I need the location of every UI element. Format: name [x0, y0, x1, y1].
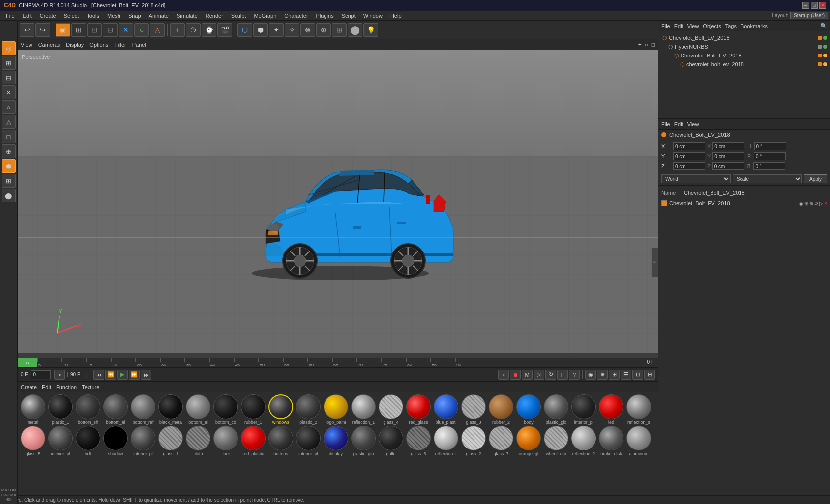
rotate-mode-button[interactable]: ○	[134, 23, 149, 37]
select-mode-button[interactable]: ✕	[119, 23, 133, 37]
menu-file[interactable]: File	[2, 12, 19, 20]
tree-item-chevrolet-bolt[interactable]: ⬡ Chevrolet_Bolt_EV_2018	[660, 33, 828, 42]
redo-button[interactable]: ↪	[35, 23, 50, 37]
obj8-btn[interactable]: ⬤	[348, 23, 362, 37]
left-tool-9[interactable]: ⬟	[2, 159, 16, 173]
mat-menu-texture[interactable]: Texture	[82, 384, 99, 390]
model-mode-button[interactable]: ◉	[56, 23, 70, 37]
left-tool-3[interactable]: ⊟	[2, 71, 16, 84]
point-mode-button[interactable]: ⊞	[71, 23, 86, 37]
fps-btn[interactable]: F	[557, 370, 568, 380]
vp-ctrl-1[interactable]: +	[638, 41, 642, 48]
left-tool-5[interactable]: ○	[2, 100, 16, 114]
attr-apply-button[interactable]: Apply	[804, 174, 827, 183]
menu-render[interactable]: Render	[202, 12, 227, 20]
maximize-button[interactable]: □	[811, 2, 818, 9]
menu-help[interactable]: Help	[386, 12, 406, 20]
attr-y-size[interactable]	[712, 152, 744, 160]
attr-menu-file[interactable]: File	[661, 121, 670, 127]
material-belt[interactable]: belt	[75, 426, 101, 456]
material-interior1[interactable]: interior_pl	[570, 394, 597, 425]
left-tool-7[interactable]: □	[2, 130, 16, 143]
material-orange[interactable]: orange_gl	[515, 426, 542, 456]
attr-z-rot[interactable]	[753, 162, 785, 170]
tree-item-bolt-lower[interactable]: ⬡ chevrolet_bolt_ev_2018	[660, 60, 828, 69]
attr-x-rot[interactable]	[754, 142, 786, 150]
material-reflection4[interactable]: reflection_2	[570, 426, 597, 456]
material-reflection1[interactable]: reflection_1	[350, 394, 377, 425]
play-button[interactable]: ▶	[117, 370, 128, 380]
menu-create[interactable]: Create	[36, 12, 60, 20]
material-glass4[interactable]: glass_4	[378, 394, 404, 425]
right-edge-tab[interactable]: ›	[651, 248, 658, 277]
material-interior4[interactable]: interior_pl	[295, 426, 322, 456]
vp-menu-panel[interactable]: Panel	[132, 42, 146, 48]
menu-plugins[interactable]: Plugins	[312, 12, 338, 20]
material-metal[interactable]: metal	[20, 394, 46, 425]
material-plastic-glo[interactable]: plastic_glo	[543, 394, 569, 425]
material-plastic1[interactable]: plastic_1	[47, 394, 74, 425]
keyframe-btn[interactable]: ⌚	[202, 23, 216, 37]
material-bottom-sh[interactable]: bottom_sh	[75, 394, 101, 425]
attr-world-dropdown[interactable]: World Local Object	[661, 174, 731, 183]
material-glass2[interactable]: glass_2	[460, 426, 487, 456]
material-blue-plastic[interactable]: blue_plasti	[433, 394, 459, 425]
transport-record[interactable]: ●	[54, 370, 65, 380]
attr-menu-view[interactable]: View	[687, 121, 699, 127]
obj-menu-file[interactable]: File	[661, 23, 670, 29]
render-preview-btn[interactable]: ◉	[585, 370, 596, 380]
vp-menu-cameras[interactable]: Cameras	[38, 42, 60, 48]
attr-icon-4[interactable]: ↺	[814, 201, 818, 206]
obj-menu-objects[interactable]: Objects	[703, 23, 721, 29]
obj4-btn[interactable]: ✧	[285, 23, 299, 37]
render-btn5[interactable]: ⊡	[632, 370, 643, 380]
attr-icon-2[interactable]: ⊞	[804, 201, 808, 206]
material-interior2[interactable]: interior_pl	[47, 426, 74, 456]
material-glass7[interactable]: glass_7	[488, 426, 514, 456]
mat-menu-edit[interactable]: Edit	[42, 384, 51, 390]
material-plastic2[interactable]: plastic_2	[295, 394, 322, 425]
record-btn[interactable]: ●	[498, 370, 509, 380]
motion-btn[interactable]: M	[522, 370, 533, 380]
material-bottom-al2[interactable]: bottom_al	[185, 394, 211, 425]
attr-y-rot[interactable]	[754, 152, 786, 160]
layout-value[interactable]: Startup (User)	[790, 12, 828, 19]
attr-icon-5[interactable]: ▷	[819, 201, 823, 206]
material-windows[interactable]: windows	[267, 394, 294, 425]
material-logo-paint[interactable]: logo_paint	[323, 394, 349, 425]
material-grille[interactable]: grille	[378, 426, 404, 456]
obj-menu-bookmarks[interactable]: Bookmarks	[741, 23, 768, 29]
left-tool-1[interactable]: ◎	[2, 41, 16, 55]
menu-tools[interactable]: Tools	[83, 12, 103, 20]
menu-character[interactable]: Character	[280, 12, 312, 20]
attr-x-pos[interactable]	[673, 142, 705, 150]
attr-x-size[interactable]	[712, 142, 744, 150]
tree-item-bolt-2018[interactable]: ⬡ Chevrolet_Bolt_EV_2018	[660, 51, 828, 60]
attr-icon-6[interactable]: ×	[824, 201, 827, 206]
material-rubber2[interactable]: rubber_2	[488, 394, 514, 425]
material-buttons[interactable]: buttons	[267, 426, 294, 456]
attr-material-color[interactable]	[661, 200, 667, 206]
render-btn2[interactable]: ⊕	[597, 370, 608, 380]
vp-menu-display[interactable]: Display	[66, 42, 84, 48]
material-body[interactable]: body	[515, 394, 542, 425]
poly-mode-button[interactable]: ⊟	[103, 23, 118, 37]
anim-btn[interactable]: 🎬	[217, 23, 232, 37]
vp-menu-view[interactable]: View	[21, 42, 32, 48]
material-display[interactable]: display	[323, 426, 349, 456]
move-tool-button[interactable]: +	[170, 23, 185, 37]
attr-z-size[interactable]	[712, 162, 744, 170]
edge-mode-button[interactable]: ⊡	[87, 23, 102, 37]
go-start-button[interactable]: ⏮	[93, 370, 104, 380]
close-button[interactable]: ×	[819, 2, 826, 9]
menu-sculpt[interactable]: Sculpt	[227, 12, 250, 20]
attr-scale-dropdown[interactable]: Scale Rotate Move	[733, 174, 802, 183]
material-bottom-ref[interactable]: bottom_ref	[130, 394, 156, 425]
3d-viewport[interactable]: Perspective	[18, 50, 658, 353]
material-led[interactable]: led	[598, 394, 624, 425]
obj6-btn[interactable]: ⊕	[316, 23, 331, 37]
material-aluminum[interactable]: aluminum	[625, 426, 652, 456]
obj5-btn[interactable]: ⊛	[300, 23, 315, 37]
mat-menu-function[interactable]: Function	[56, 384, 77, 390]
attr-z-pos[interactable]	[673, 162, 705, 170]
